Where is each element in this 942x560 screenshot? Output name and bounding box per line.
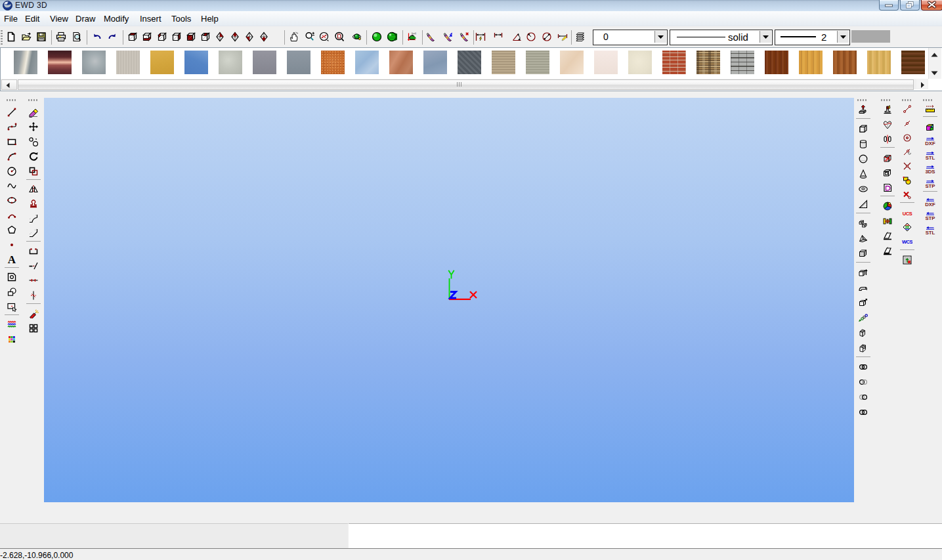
svg-text:STL: STL [926,230,935,236]
svg-text:STP: STP [925,183,935,189]
svg-text:STP: STP [925,215,935,221]
svg-text:DXF: DXF [925,140,935,146]
svg-text:A: A [8,254,16,265]
svg-text:UCS: UCS [903,211,912,217]
svg-text:(u,v): (u,v) [412,32,416,35]
svg-text:3DS: 3DS [925,169,935,175]
svg-text:DXF: DXF [925,202,935,207]
svg-text:WCS: WCS [902,239,912,245]
svg-text:STL: STL [926,155,935,161]
